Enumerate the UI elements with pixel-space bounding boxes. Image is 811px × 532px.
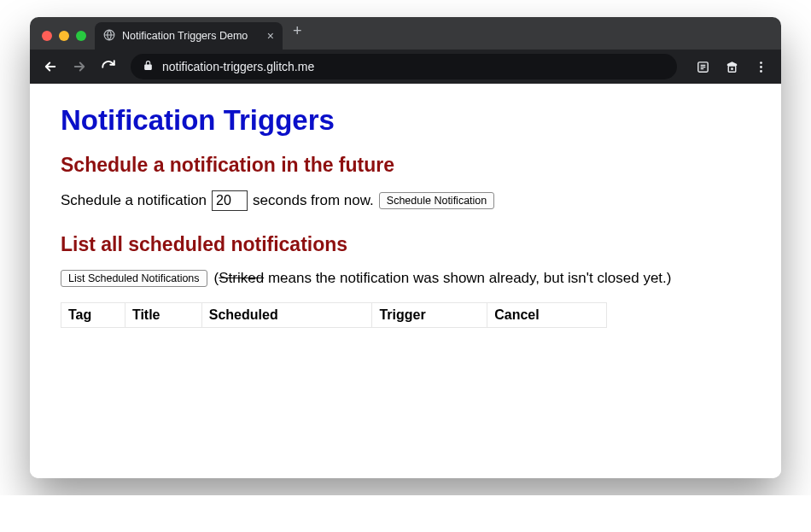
table-header-row: Tag Title Scheduled Trigger Cancel bbox=[61, 303, 607, 328]
new-tab-button[interactable]: + bbox=[283, 22, 312, 45]
svg-point-3 bbox=[731, 67, 733, 70]
schedule-post-text: seconds from now. bbox=[253, 192, 374, 209]
schedule-row: Schedule a notification seconds from now… bbox=[61, 190, 750, 211]
th-title: Title bbox=[125, 303, 201, 328]
striked-word: Striked bbox=[219, 270, 264, 286]
svg-point-5 bbox=[760, 66, 762, 68]
tab-title: Notification Triggers Demo bbox=[122, 30, 248, 42]
schedule-button[interactable]: Schedule Notification bbox=[379, 192, 494, 209]
browser-window: Notification Triggers Demo × + notificat… bbox=[30, 17, 781, 478]
schedule-heading: Schedule a notification in the future bbox=[61, 154, 750, 177]
toolbar: notification-triggers.glitch.me bbox=[30, 50, 781, 84]
list-row: List Scheduled Notifications (Striked me… bbox=[61, 270, 750, 287]
svg-point-6 bbox=[760, 70, 762, 73]
th-tag: Tag bbox=[61, 303, 125, 328]
th-scheduled: Scheduled bbox=[201, 303, 372, 328]
schedule-pre-text: Schedule a notification bbox=[61, 192, 207, 209]
hint-rest: means the notification was shown already… bbox=[264, 270, 671, 286]
back-button[interactable] bbox=[38, 55, 62, 79]
seconds-input[interactable] bbox=[212, 190, 248, 211]
menu-icon[interactable] bbox=[749, 55, 773, 79]
th-trigger: Trigger bbox=[372, 303, 487, 328]
profile-icon[interactable] bbox=[720, 55, 744, 79]
notifications-table: Tag Title Scheduled Trigger Cancel bbox=[61, 302, 607, 328]
traffic-lights bbox=[37, 31, 95, 50]
th-cancel: Cancel bbox=[487, 303, 607, 328]
reload-button[interactable] bbox=[96, 55, 120, 79]
window-maximize-icon[interactable] bbox=[76, 31, 86, 41]
window-close-icon[interactable] bbox=[42, 31, 52, 41]
lock-icon bbox=[143, 60, 154, 73]
svg-point-4 bbox=[760, 61, 762, 64]
reader-icon[interactable] bbox=[691, 55, 715, 79]
window-minimize-icon[interactable] bbox=[59, 31, 69, 41]
list-button[interactable]: List Scheduled Notifications bbox=[61, 270, 207, 287]
toolbar-right bbox=[687, 55, 773, 79]
url-text: notification-triggers.glitch.me bbox=[162, 60, 314, 73]
hint-text: (Striked means the notification was show… bbox=[214, 270, 672, 287]
close-tab-icon[interactable]: × bbox=[267, 30, 274, 42]
tab-bar: Notification Triggers Demo × + bbox=[30, 17, 781, 50]
list-heading: List all scheduled notifications bbox=[61, 233, 750, 256]
browser-tab[interactable]: Notification Triggers Demo × bbox=[95, 22, 283, 50]
page-content: Notification Triggers Schedule a notific… bbox=[30, 84, 781, 478]
address-bar[interactable]: notification-triggers.glitch.me bbox=[131, 54, 677, 79]
page-title: Notification Triggers bbox=[61, 104, 750, 137]
forward-button[interactable] bbox=[67, 55, 91, 79]
globe-icon bbox=[103, 29, 115, 44]
